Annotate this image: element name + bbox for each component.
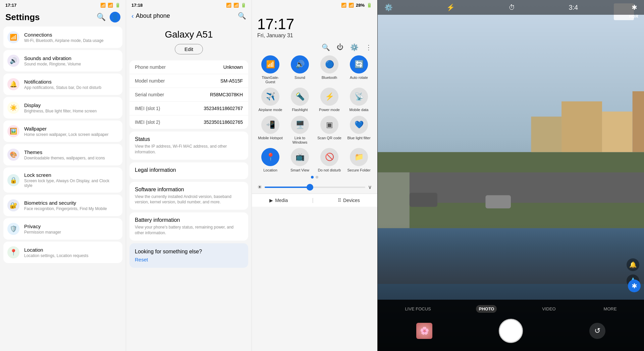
camera-live-icon[interactable]: ✱ (628, 280, 641, 292)
more-qs-icon[interactable]: ⋮ (365, 43, 372, 51)
status-section[interactable]: Status View the IP address, Wi-Fi MAC ad… (129, 132, 248, 160)
qs-bottom-bar: ▶ Media | ⠿ Devices (252, 194, 377, 207)
camera-ratio-icon[interactable]: 3:4 (569, 4, 578, 11)
battery-qs-percent: 28% (356, 3, 365, 8)
privacy-text: Privacy Permission manager (24, 223, 61, 235)
mode-more[interactable]: MORE (601, 305, 620, 313)
shutter-button[interactable] (499, 319, 523, 343)
brightness-slider[interactable] (265, 187, 365, 188)
display-subtitle: Brightness, Blue light filter, Home scre… (24, 109, 97, 113)
camera-bell-icon[interactable]: 🔔 (627, 258, 639, 271)
camera-effect-icon[interactable]: ✱ (632, 3, 637, 11)
tile-linkwindows[interactable]: 🖥️ Link to Windows (287, 116, 313, 145)
sounds-text: Sounds and vibration Sound mode, Rington… (24, 55, 81, 66)
mode-photo[interactable]: PHOTO (476, 305, 497, 313)
sound-tile-label: Sound (294, 76, 305, 80)
legal-section[interactable]: Legal information (129, 162, 248, 179)
notifications-text: Notifications App notifications, Status … (24, 79, 101, 90)
device-name: Galaxy A51 (126, 22, 252, 44)
devices-button[interactable]: ⠿ Devices (338, 198, 360, 203)
reset-button[interactable]: Reset (135, 257, 243, 262)
qs-date: Fri, January 31 (257, 33, 372, 39)
sidebar-item-biometrics[interactable]: 🔐 Biometrics and security Face recogniti… (3, 195, 122, 216)
legal-section-title: Legal information (135, 167, 243, 173)
tile-mobilehotspot[interactable]: 📲 Mobile Hotspot (257, 116, 283, 145)
sidebar-item-lockscreen[interactable]: 🔒 Lock screen Screen lock type, Always O… (3, 167, 122, 193)
avatar-icon[interactable]: 👤 (110, 12, 120, 22)
settings-qs-icon[interactable]: ⚙️ (350, 43, 359, 51)
tile-flashlight[interactable]: 🔦 Flashlight (287, 88, 313, 112)
media-button[interactable]: ▶ Media (269, 198, 288, 203)
status-icons-about: 📶 📶 🔋 (226, 3, 246, 8)
donotdisturb-tile-icon: 🚫 (320, 148, 338, 166)
phone-number-row: Phone number Unknown (129, 60, 248, 74)
tile-scanqr[interactable]: ▣ Scan QR code (316, 116, 342, 145)
sidebar-item-themes[interactable]: 🎨 Themes Downloadable themes, wallpapers… (3, 144, 122, 165)
svg-rect-4 (633, 91, 644, 152)
sidebar-item-notifications[interactable]: 🔔 Notifications App notifications, Statu… (3, 73, 122, 95)
brightness-expand-icon[interactable]: ∨ (368, 184, 372, 190)
tile-securefolder[interactable]: 📁 Secure Folder (346, 148, 372, 172)
tile-donotdisturb[interactable]: 🚫 Do not disturb (316, 148, 342, 172)
camera-scene-svg (378, 0, 644, 228)
serial-number-value: R58MC3078KH (210, 92, 243, 97)
tile-bluetooth[interactable]: 🔵 Bluetooth (316, 55, 342, 84)
wifi-icon-status: 📶 (100, 3, 106, 8)
camera-timer-icon[interactable]: ⏱ (508, 4, 515, 11)
location-subtitle: Location settings, Location requests (24, 253, 88, 258)
notifications-icon: 🔔 (7, 78, 19, 90)
camera-settings-icon[interactable]: ⚙️ (384, 3, 393, 11)
mode-live-focus[interactable]: LIVE FOCUS (402, 305, 433, 313)
tile-autorotate[interactable]: 🔄 Auto rotate (346, 55, 372, 84)
edit-button[interactable]: Edit (175, 44, 203, 54)
gallery-thumbnail[interactable]: 🌸 (416, 323, 432, 339)
status-bar-settings: 17:17 📶 📶 🔋 (0, 0, 126, 9)
bluelight-tile-label: Blue light filter (347, 136, 370, 140)
sidebar-item-location[interactable]: 📍 Location Location settings, Location r… (3, 242, 122, 263)
sound-tile-icon: 🔊 (291, 55, 309, 73)
camera-flash-icon[interactable]: ⚡ (446, 3, 455, 11)
connections-subtitle: Wi-Fi, Bluetooth, Airplane mode, Data us… (24, 38, 104, 43)
edit-button-wrap: Edit (126, 44, 252, 54)
flip-camera-button[interactable]: ↺ (589, 323, 605, 339)
tile-location[interactable]: 📍 Location (257, 148, 283, 172)
search-icon-settings[interactable]: 🔍 (97, 13, 106, 21)
software-section[interactable]: Software information View the currently … (129, 182, 248, 210)
battery-section-desc: View your phone's battery status, remain… (135, 224, 243, 236)
connections-text: Connections Wi-Fi, Bluetooth, Airplane m… (24, 32, 104, 43)
svg-rect-7 (378, 172, 410, 228)
svg-rect-10 (485, 195, 511, 208)
page-dot-2 (316, 176, 318, 179)
svg-rect-3 (602, 111, 633, 152)
scanqr-tile-icon: ▣ (320, 116, 338, 134)
battery-section-title: Battery information (135, 217, 243, 223)
sidebar-item-connections[interactable]: 📶 Connections Wi-Fi, Bluetooth, Airplane… (3, 27, 122, 48)
battery-qs-icon: 🔋 (367, 3, 372, 8)
search-icon-about[interactable]: 🔍 (238, 12, 246, 20)
back-button[interactable]: ‹ About phone (131, 12, 170, 20)
lockscreen-text: Lock screen Screen lock type, Always On … (24, 172, 118, 188)
page-dot-1 (311, 176, 314, 179)
power-qs-icon[interactable]: ⏻ (337, 43, 343, 51)
sidebar-item-sounds[interactable]: 🔊 Sounds and vibration Sound mode, Ringt… (3, 50, 122, 71)
tile-powermode[interactable]: ⚡ Power mode (316, 88, 342, 112)
tile-airplane[interactable]: ✈️ Airplane mode (257, 88, 283, 112)
wallpaper-icon: 🖼️ (7, 125, 19, 137)
media-play-icon: ▶ (269, 198, 273, 203)
sidebar-item-privacy[interactable]: 🛡️ Privacy Permission manager (3, 218, 122, 240)
camera-shutter-row: 🌸 ↺ (378, 317, 644, 344)
model-number-label: Model number (135, 78, 165, 84)
tile-sound[interactable]: 🔊 Sound (287, 55, 313, 84)
battery-section[interactable]: Battery information View your phone's ba… (129, 212, 248, 241)
about-nav-bar: ‹ About phone 🔍 (126, 9, 252, 22)
tile-bluelight[interactable]: 💙 Blue light filter (346, 116, 372, 145)
tile-smartview[interactable]: 📺 Smart View (287, 148, 313, 172)
sidebar-item-display[interactable]: ☀️ Display Brightness, Blue light filter… (3, 97, 122, 118)
tile-mobiledata[interactable]: 📡 Mobile data (346, 88, 372, 112)
tile-wifi[interactable]: 📶 TitanGate-Guest (257, 55, 283, 84)
biometrics-text: Biometrics and security Face recognition… (24, 200, 107, 211)
search-qs-icon[interactable]: 🔍 (322, 43, 330, 51)
sidebar-item-wallpaper[interactable]: 🖼️ Wallpaper Home screen wallpaper, Lock… (3, 120, 122, 142)
airplane-tile-label: Airplane mode (259, 108, 282, 112)
mode-video[interactable]: VIDEO (539, 305, 558, 313)
